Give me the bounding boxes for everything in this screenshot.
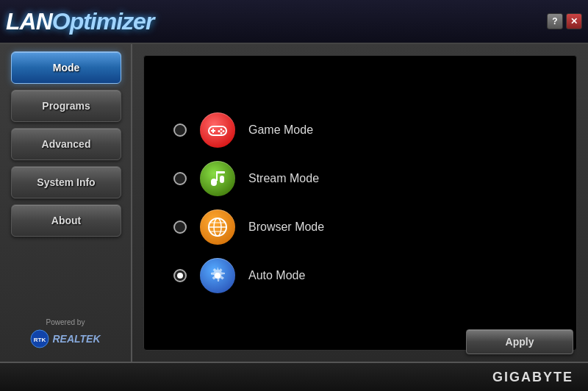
main-container: Mode Programs Advanced System Info About… <box>0 44 588 362</box>
game-mode-label: Game Mode <box>248 123 313 137</box>
gear-icon <box>207 265 228 286</box>
stream-mode-icon <box>200 161 235 196</box>
svg-point-7 <box>220 132 223 134</box>
radio-game[interactable] <box>173 123 187 137</box>
powered-by-text: Powered by <box>46 318 85 326</box>
mode-item-browser[interactable]: Browser Mode <box>173 209 547 245</box>
stream-mode-label: Stream Mode <box>248 172 319 185</box>
radio-browser[interactable] <box>173 220 187 234</box>
mode-item-stream[interactable]: Stream Mode <box>173 161 547 196</box>
auto-mode-icon <box>200 258 235 293</box>
sidebar-item-mode[interactable]: Mode <box>11 51 121 84</box>
svg-rect-10 <box>220 176 224 183</box>
sidebar-item-about[interactable]: About <box>11 204 121 237</box>
apply-button[interactable]: Apply <box>466 329 573 354</box>
gigabyte-brand: GIGABYTE <box>492 370 573 385</box>
svg-point-5 <box>220 129 223 131</box>
logo-area: LANOptimizer <box>6 8 154 35</box>
title-controls: ? ✕ <box>547 13 582 29</box>
powered-by-area: Powered by RTK REALTEK <box>11 318 120 354</box>
svg-point-8 <box>218 130 220 132</box>
gamepad-icon <box>207 122 228 138</box>
svg-rect-12 <box>216 171 218 181</box>
browser-mode-label: Browser Mode <box>248 220 324 234</box>
logo-optimizer: Optimizer <box>52 8 154 35</box>
radio-auto[interactable] <box>173 269 187 282</box>
sidebar-item-system-info[interactable]: System Info <box>11 166 121 198</box>
browser-mode-icon <box>200 209 235 245</box>
stream-icon <box>208 168 227 189</box>
sidebar-item-programs[interactable]: Programs <box>11 90 121 122</box>
svg-point-6 <box>223 130 225 132</box>
help-button[interactable]: ? <box>547 13 563 29</box>
apply-container: Apply <box>466 329 573 354</box>
logo-lan: LAN <box>6 8 52 35</box>
app-logo: LANOptimizer <box>6 8 154 35</box>
globe-icon <box>207 216 229 238</box>
svg-text:RTK: RTK <box>34 337 46 343</box>
svg-rect-9 <box>211 179 217 186</box>
sidebar: Mode Programs Advanced System Info About… <box>0 44 132 362</box>
content-area: Game Mode Stream Mode <box>143 55 577 351</box>
sidebar-item-advanced[interactable]: Advanced <box>11 128 121 160</box>
radio-stream[interactable] <box>173 172 187 185</box>
bottom-bar: GIGABYTE <box>0 362 588 391</box>
mode-item-game[interactable]: Game Mode <box>173 112 547 148</box>
radio-auto-selected <box>177 273 183 279</box>
game-mode-icon <box>200 112 235 148</box>
auto-mode-label: Auto Mode <box>248 269 305 282</box>
mode-item-auto[interactable]: Auto Mode <box>173 258 547 293</box>
realtek-logo-icon: RTK <box>30 329 49 348</box>
close-button[interactable]: ✕ <box>566 13 582 29</box>
realtek-brand-text: REALTEK <box>52 333 100 345</box>
title-bar: LANOptimizer ? ✕ <box>0 0 588 44</box>
